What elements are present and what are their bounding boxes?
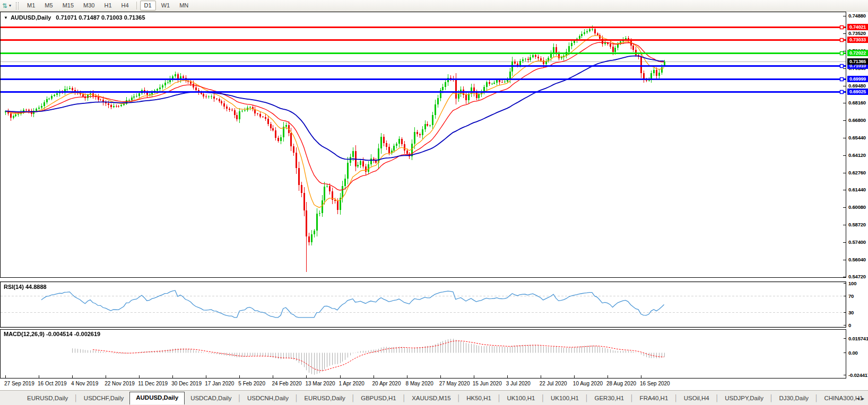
date-axis-label: 11 Dec 2019 xyxy=(138,381,168,386)
chart-tab-hk50-h1[interactable]: HK50,H1 xyxy=(461,393,497,403)
rsi-axis-tick: 100 xyxy=(848,280,868,286)
date-axis-label: 16 Oct 2019 xyxy=(38,381,66,386)
tab-scroll-arrows: ◂▸ xyxy=(857,395,866,401)
tab-separator: │ xyxy=(497,393,501,403)
tab-separator: │ xyxy=(769,393,774,403)
chart-tab-uk100-h1[interactable]: UK100,H1 xyxy=(545,393,585,403)
tab-separator: │ xyxy=(74,393,78,403)
timeframe-button-m5[interactable]: M5 xyxy=(40,1,57,11)
cursor-tool-icon[interactable]: ⇅ xyxy=(2,1,7,11)
price-axis-tick: 0.64120 xyxy=(848,152,868,158)
chart-tab-gbpusd-h1[interactable]: GBPUSD,H1 xyxy=(355,393,402,403)
date-axis-label: 13 Mar 2020 xyxy=(305,381,335,386)
price-axis-tick: 0.57400 xyxy=(848,239,868,245)
current-price-badge: 0.71365 xyxy=(847,58,868,65)
tab-separator: │ xyxy=(237,393,241,403)
date-axis-label: 15 Jun 2020 xyxy=(473,381,502,386)
date-axis-label: 8 May 2020 xyxy=(406,381,433,386)
macd-axis-tick: -0.024417 xyxy=(848,372,868,378)
price-line-badge: 0.72022 xyxy=(847,50,868,56)
date-axis-label: 5 Feb 2020 xyxy=(238,381,265,386)
chart-tabs-bar: EURUSD,Daily│USDCHF,DailyAUDUSD,DailyUSD… xyxy=(0,390,868,405)
timeframe-button-h4[interactable]: H4 xyxy=(117,1,133,11)
chart-tab-usdcad-daily[interactable]: USDCAD,Daily xyxy=(185,393,237,403)
price-axis-tick: 0.58720 xyxy=(848,222,868,227)
timeframe-button-m1[interactable]: M1 xyxy=(23,1,39,11)
scroll-left-icon[interactable]: ◂ xyxy=(857,395,862,401)
price-line-badge: 0.73033 xyxy=(847,37,868,43)
price-axis-tick: 0.73520 xyxy=(848,30,868,36)
chart-tab-usdchf-daily[interactable]: USDCHF,Daily xyxy=(78,393,129,403)
chart-tab-uk100-h1[interactable]: UK100,H1 xyxy=(501,393,541,403)
rsi-label: RSI(14) 44.8888 xyxy=(4,284,47,290)
tab-separator: │ xyxy=(814,393,819,403)
rsi-axis-tick: 30 xyxy=(848,310,868,315)
date-axis-label: 20 Apr 2020 xyxy=(372,381,401,386)
tab-separator: │ xyxy=(402,393,406,403)
price-line-badge: 0.69999 xyxy=(847,76,868,82)
date-axis-label: 27 Sep 2019 xyxy=(4,381,34,386)
timeframe-button-mn[interactable]: MN xyxy=(175,1,193,11)
mt4-window: ⇅ ▾ M1M5M15M30H1H4D1W1MN ▼AUDUSD,Daily0.… xyxy=(0,0,868,405)
price-axis-tick: 0.69480 xyxy=(848,83,868,89)
chart-tab-usdcnh-daily[interactable]: USDCNH,Daily xyxy=(241,393,294,403)
date-axis-label: 28 Aug 2020 xyxy=(606,381,636,386)
scroll-right-icon[interactable]: ▸ xyxy=(862,395,866,401)
date-axis-label: 27 May 2020 xyxy=(439,381,470,386)
macd-axis-tick: 0.015741 xyxy=(848,336,868,341)
toolbar-grip[interactable] xyxy=(16,2,19,10)
price-line-badge: 0.69025 xyxy=(847,89,868,95)
tab-separator: │ xyxy=(585,393,589,403)
date-axis-label: 3 Jul 2020 xyxy=(506,381,531,386)
price-axis-tick: 0.54720 xyxy=(848,274,868,279)
date-axis-label: 4 Nov 2019 xyxy=(71,381,98,386)
timeframe-button-h1[interactable]: H1 xyxy=(100,1,116,11)
timeframe-button-m30[interactable]: M30 xyxy=(79,1,99,11)
date-axis-label: 22 Nov 2019 xyxy=(105,381,135,386)
macd-axis-tick: 0.00 xyxy=(848,350,868,356)
date-axis-label: 1 Apr 2020 xyxy=(339,381,364,386)
macd-label: MACD(12,26,9) -0.004514 -0.002619 xyxy=(4,331,100,337)
date-axis-label: 30 Dec 2019 xyxy=(171,381,202,386)
tab-separator: │ xyxy=(715,393,719,403)
date-axis-label: 16 Sep 2020 xyxy=(640,381,670,386)
tab-separator: │ xyxy=(541,393,545,403)
chart-title: ▼AUDUSD,Daily0.71071 0.71487 0.71003 0.7… xyxy=(4,14,145,21)
price-chart-canvas[interactable] xyxy=(0,12,846,278)
timeframe-button-m15[interactable]: M15 xyxy=(58,1,78,11)
tab-separator: │ xyxy=(630,393,634,403)
macd-panel-canvas[interactable] xyxy=(0,329,846,378)
date-axis-label: 24 Feb 2020 xyxy=(272,381,301,386)
timeframe-button-d1[interactable]: D1 xyxy=(140,1,156,11)
chart-symbol: AUDUSD,Daily xyxy=(11,14,51,21)
chart-tab-usdjpy-daily[interactable]: USDJPY,Daily xyxy=(719,393,769,403)
chart-tab-audusd-daily[interactable]: AUDUSD,Daily xyxy=(129,392,185,404)
top-toolbar: ⇅ ▾ M1M5M15M30H1H4D1W1MN xyxy=(0,0,868,12)
rsi-panel-canvas[interactable] xyxy=(0,281,846,328)
date-axis-label: 17 Jan 2020 xyxy=(205,381,234,386)
chart-tabs: EURUSD,Daily│USDCHF,DailyAUDUSD,DailyUSD… xyxy=(0,391,868,405)
chart-tab-xauusd-m15[interactable]: XAUUSD,M15 xyxy=(406,393,457,403)
date-axis-label: 10 Aug 2020 xyxy=(573,381,603,386)
chart-tab-eurusd-daily[interactable]: EURUSD,Daily xyxy=(21,393,74,403)
price-axis-tick: 0.56040 xyxy=(848,257,868,262)
price-axis-tick: 0.61440 xyxy=(848,187,868,192)
tab-separator: │ xyxy=(294,393,299,403)
chart-tab-eurusd-daily[interactable]: EURUSD,Daily xyxy=(298,393,351,403)
chart-caret-icon: ▼ xyxy=(4,15,8,20)
price-axis-tick: 0.74880 xyxy=(848,13,868,19)
timeframe-button-group: M1M5M15M30H1H4D1W1MN xyxy=(22,1,193,11)
tab-separator: │ xyxy=(457,393,461,403)
price-axis-tick: 0.65440 xyxy=(848,135,868,140)
price-axis-tick: 0.66800 xyxy=(848,117,868,123)
chart-tab-dj30-daily[interactable]: DJ30,Daily xyxy=(773,393,814,403)
tab-separator: │ xyxy=(351,393,355,403)
chart-tab-fra40-h1[interactable]: FRA40,H1 xyxy=(634,393,674,403)
price-line-badge: 0.74021 xyxy=(847,24,868,30)
chart-ohlc: 0.71071 0.71487 0.71003 0.71365 xyxy=(56,14,145,21)
timeframe-button-w1[interactable]: W1 xyxy=(157,1,175,11)
rsi-axis-tick: 70 xyxy=(848,293,868,299)
caret-down-icon[interactable]: ▾ xyxy=(9,3,11,8)
chart-tab-ger30-h1[interactable]: GER30,H1 xyxy=(589,393,630,403)
chart-tab-usoil-h4[interactable]: USOil,H4 xyxy=(678,393,715,403)
